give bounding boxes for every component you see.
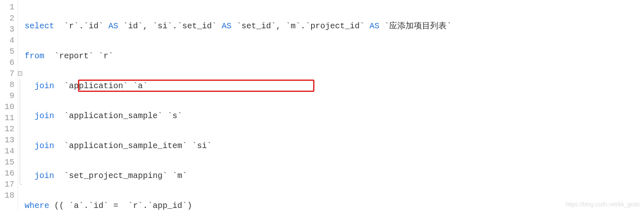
code-line: from `report` `r` (25, 50, 644, 62)
line-number: 9 (2, 90, 14, 101)
code-line: join `application` `a` (25, 80, 644, 91)
code-line: join `application_sample_item` `si` (25, 140, 644, 151)
code-editor[interactable]: select `r`.`id` AS `id`, `si`.`set_id` A… (24, 0, 644, 210)
line-number: 6 (2, 57, 14, 68)
line-number: 5 (2, 46, 14, 57)
code-line: where (( `a`.`id` = `r`.`app_id`) (25, 200, 644, 210)
line-number: 8 (2, 79, 14, 90)
line-number: 1 (2, 2, 14, 13)
line-number: 4 (2, 35, 14, 46)
line-number: 15 (2, 157, 14, 168)
code-line: join `set_project_mapping` `m` (25, 170, 644, 181)
line-number: 2 (2, 13, 14, 24)
line-number: 14 (2, 146, 14, 157)
line-number: 18 (2, 190, 14, 201)
watermark: https://blog.csdn.net/kk_gods (566, 201, 640, 208)
line-number: 12 (2, 123, 14, 135)
line-number: 11 (2, 112, 14, 123)
line-number-gutter: 1 2 3 4 5 6 7 8 9 10 11 12 13 14 15 16 1… (0, 0, 18, 210)
fold-toggle-icon[interactable]: − (18, 71, 22, 75)
line-number: 16 (2, 168, 14, 179)
line-number: 10 (2, 101, 14, 112)
line-number: 13 (2, 135, 14, 146)
fold-column: − (18, 0, 24, 210)
code-line: join `application_sample` `s` (25, 110, 644, 121)
line-number: 17 (2, 179, 14, 190)
line-number: 3 (2, 24, 14, 35)
code-line: select `r`.`id` AS `id`, `si`.`set_id` A… (25, 21, 644, 32)
line-number: 7 (2, 68, 14, 79)
